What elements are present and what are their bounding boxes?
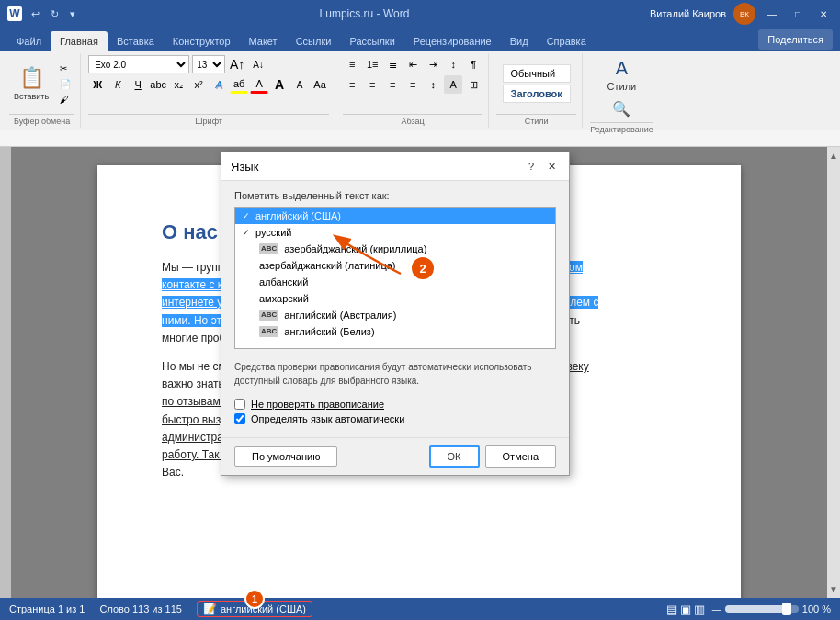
format-painter-button[interactable]: 🖌 — [56, 93, 74, 107]
bullets-button[interactable]: ≡ — [343, 55, 361, 73]
zoom-level: 100 % — [802, 603, 831, 614]
abc-badge-azerbaijani-cyrillic: ABC — [259, 243, 278, 254]
dialog-help-button[interactable]: ? — [523, 158, 539, 175]
normal-style[interactable]: Обычный — [503, 64, 571, 83]
tab-view[interactable]: Вид — [501, 31, 538, 51]
bold-button[interactable]: Ж — [88, 75, 107, 94]
lang-item-english-usa[interactable]: ✓ английский (США) — [235, 208, 555, 224]
lang-check-english-usa: ✓ — [243, 211, 250, 220]
default-button[interactable]: По умолчанию — [234, 446, 337, 467]
increase-indent-button[interactable]: ⇥ — [424, 55, 442, 73]
italic-button[interactable]: К — [108, 75, 127, 94]
decrease-font-button[interactable]: A↓ — [249, 55, 267, 73]
tab-design[interactable]: Конструктор — [164, 31, 240, 51]
shading-button[interactable]: A — [444, 75, 462, 94]
print-view-button[interactable]: ▤ — [666, 603, 677, 616]
tab-home[interactable]: Главная — [51, 31, 108, 51]
status-language: английский (США) — [221, 603, 306, 614]
numbering-button[interactable]: 1≡ — [363, 55, 381, 73]
copy-button[interactable]: 📄 — [56, 77, 74, 91]
borders-button[interactable]: ⊞ — [464, 75, 482, 94]
align-right-button[interactable]: ≡ — [383, 75, 402, 94]
undo-button[interactable]: ↩ — [28, 6, 43, 22]
undo-redo-group: ↩ ↻ ▾ — [28, 6, 79, 22]
align-center-button[interactable]: ≡ — [363, 75, 381, 94]
username: Виталий Каиров — [650, 8, 726, 19]
underline-button[interactable]: Ч — [129, 75, 147, 94]
align-left-button[interactable]: ≡ — [343, 75, 361, 94]
auto-detect-label: Определять язык автоматически — [251, 413, 404, 424]
cancel-button[interactable]: Отмена — [485, 445, 556, 468]
language-status-box[interactable]: 📝 английский (США) 1 — [197, 601, 312, 617]
no-spellcheck-checkbox[interactable] — [234, 399, 245, 410]
dialog-prompt: Пометить выделенный текст как: — [234, 190, 556, 201]
page-info: Страница 1 из 1 — [9, 603, 85, 614]
dialog-title-bar: Язык ? ✕ — [221, 152, 569, 181]
paste-icon: 📋 — [19, 66, 44, 90]
subscript-button[interactable]: x₂ — [169, 75, 187, 94]
tab-review[interactable]: Рецензирование — [404, 31, 501, 51]
sort-button[interactable]: ↕ — [444, 55, 462, 73]
find-button[interactable]: 🔍 — [605, 97, 638, 120]
maximize-button[interactable]: □ — [789, 5, 807, 23]
read-view-button[interactable]: ▥ — [694, 603, 705, 616]
lang-check-russian: ✓ — [243, 228, 250, 237]
clear-format-button[interactable]: Аа — [311, 75, 329, 94]
styles-pane-button[interactable]: A Стили — [603, 55, 641, 95]
language-list[interactable]: ✓ английский (США) ✓ русский ABC азербай… — [234, 207, 556, 349]
tab-insert[interactable]: Вставка — [108, 31, 164, 51]
decrease-indent-button[interactable]: ⇤ — [403, 55, 422, 73]
lang-item-english-australia[interactable]: ABC английский (Австралия) — [235, 307, 555, 323]
multilevel-button[interactable]: ≣ — [383, 55, 402, 73]
font-color-button[interactable]: А — [250, 75, 268, 94]
lang-item-azerbaijani-latin[interactable]: азербайджанский (латиница) — [235, 257, 555, 274]
tab-help[interactable]: Справка — [538, 31, 596, 51]
scroll-up-button[interactable]: ▲ — [827, 149, 840, 163]
zoom-slider[interactable] — [725, 605, 799, 613]
abc-badge-english-belize: ABC — [259, 326, 278, 336]
ribbon: 📋 Вставить ✂ 📄 🖌 Буфер обмена Exo 2.0 13… — [0, 51, 840, 130]
tab-file[interactable]: Файл — [7, 31, 51, 51]
close-button[interactable]: ✕ — [814, 5, 833, 23]
tab-mailings[interactable]: Рассылки — [340, 31, 403, 51]
lang-item-amharic[interactable]: амхарский — [235, 290, 555, 307]
lang-item-albanian[interactable]: албанский — [235, 274, 555, 290]
strikethrough-button[interactable]: abc — [149, 75, 167, 94]
justify-button[interactable]: ≡ — [403, 75, 422, 94]
text-effects-button[interactable]: A — [210, 75, 228, 94]
lang-item-azerbaijani-cyrillic[interactable]: ABC азербайджанский (кириллица) — [235, 241, 555, 257]
scroll-down-button[interactable]: ▼ — [827, 582, 840, 596]
font-family-select[interactable]: Exo 2.0 — [88, 55, 189, 73]
web-view-button[interactable]: ▣ — [680, 603, 691, 616]
customize-qat-button[interactable]: ▾ — [66, 6, 79, 22]
tab-layout[interactable]: Макет — [240, 31, 287, 51]
ribbon-font-section: Exo 2.0 13 A↑ A↓ Ж К Ч abc x₂ x² A аб А … — [83, 53, 335, 128]
font-size-select[interactable]: 13 — [192, 55, 225, 73]
status-right: ▤ ▣ ▥ — 100 % — [666, 603, 831, 616]
minimize-button[interactable]: — — [763, 5, 781, 23]
cut-button[interactable]: ✂ — [56, 62, 74, 75]
redo-button[interactable]: ↻ — [47, 6, 62, 22]
title-bar-right: Виталий Каиров ВК — □ ✕ — [650, 3, 833, 25]
increase-font-button[interactable]: A↑ — [228, 55, 246, 73]
show-marks-button[interactable]: ¶ — [464, 55, 482, 73]
lang-item-russian[interactable]: ✓ русский — [235, 224, 555, 241]
ok-button[interactable]: ОК — [429, 445, 480, 468]
highlight-color-button[interactable]: аб — [230, 75, 248, 94]
superscript-button[interactable]: x² — [189, 75, 208, 94]
dialog-close-button[interactable]: ✕ — [543, 158, 560, 175]
line-spacing-button[interactable]: ↕ — [424, 75, 442, 94]
lang-icon: 📝 — [203, 603, 217, 615]
tab-references[interactable]: Ссылки — [287, 31, 341, 51]
word-app-icon: W — [7, 6, 22, 21]
lang-item-english-belize[interactable]: ABC английский (Белиз) — [235, 323, 555, 340]
zoom-out-button[interactable]: — — [712, 604, 721, 614]
tab-share[interactable]: Поделиться — [758, 29, 833, 50]
heading1-style[interactable]: Заголовок — [503, 85, 571, 103]
dialog-info-text: Средства проверки правописания будут авт… — [234, 356, 556, 391]
paste-button[interactable]: 📋 Вставить — [9, 63, 53, 104]
ribbon-styles-section: Обычный Заголовок Стили — [491, 53, 583, 128]
font-size-decr2[interactable]: A — [290, 75, 309, 94]
auto-detect-checkbox[interactable] — [234, 413, 245, 424]
font-size-incr[interactable]: A — [270, 75, 289, 94]
